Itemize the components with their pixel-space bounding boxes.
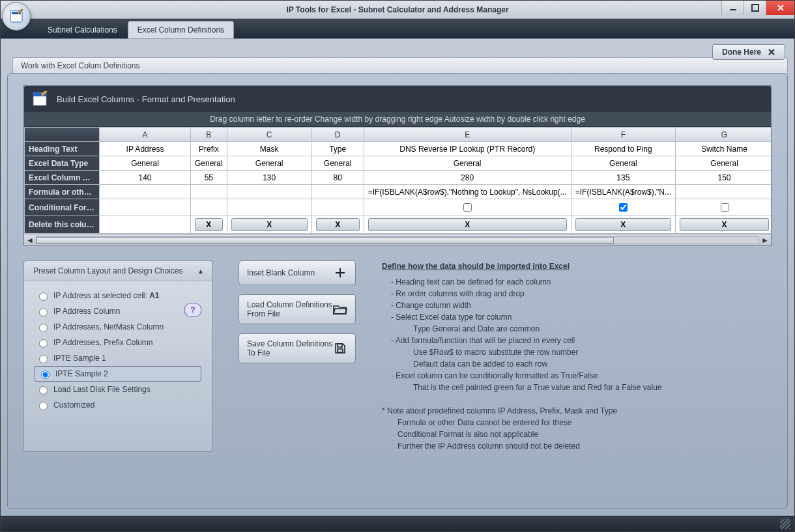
content-frame: Done Here Work with Excel Colum Definiti… — [1, 38, 794, 516]
window-title: IP Tools for Excel - Subnet Calculator a… — [286, 5, 508, 14]
col-header-B[interactable]: B — [191, 128, 227, 142]
minimize-button[interactable] — [721, 1, 744, 15]
col-header-F[interactable]: F — [571, 128, 675, 142]
cell-dtype-C[interactable]: General — [227, 156, 311, 171]
delete-col-F-button[interactable]: X — [575, 218, 671, 231]
plus-icon — [333, 266, 347, 279]
cell-formula-C[interactable] — [227, 185, 311, 199]
app-menu-button[interactable] — [2, 2, 31, 31]
col-header-D[interactable]: D — [311, 128, 364, 142]
preset-option-custom[interactable]: Customized — [35, 397, 201, 413]
preset-radio-prefix[interactable] — [39, 339, 48, 348]
help-button[interactable]: ? — [184, 303, 201, 317]
horizontal-scrollbar[interactable]: ◄ ► — [24, 234, 771, 245]
col-header-E[interactable]: E — [364, 128, 571, 142]
cell-del-A — [100, 216, 191, 234]
row-header-dtype: Excel Data Type — [25, 156, 100, 171]
col-header-C[interactable]: C — [227, 128, 311, 142]
done-here-label: Done Here — [722, 48, 761, 57]
cell-dtype-E[interactable]: General — [364, 156, 571, 171]
preset-option-mask[interactable]: IP Addresses, NetMask Column — [35, 319, 201, 335]
cell-formula-G[interactable] — [676, 185, 771, 199]
cell-cond-C[interactable] — [227, 199, 311, 216]
maximize-button[interactable] — [744, 1, 766, 15]
load-definitions-button[interactable]: Load Column Definitions From File — [238, 294, 356, 324]
delete-col-E-button[interactable]: X — [368, 218, 567, 231]
cell-width-G[interactable]: 150 — [676, 171, 771, 185]
cell-heading-E[interactable]: DNS Reverse IP Lookup (PTR Record) — [364, 142, 571, 156]
cell-width-F[interactable]: 135 — [571, 171, 675, 185]
tab-subnet-calculations[interactable]: Subnet Calculations — [38, 21, 126, 38]
cell-heading-F[interactable]: Respond to Ping — [571, 142, 675, 156]
cell-cond-E[interactable] — [364, 199, 571, 216]
open-folder-icon — [333, 303, 347, 316]
preset-radio-sample1[interactable] — [39, 355, 48, 363]
preset-radio-custom[interactable] — [39, 402, 48, 410]
delete-col-G-button[interactable]: X — [680, 218, 769, 231]
scroll-left-icon[interactable]: ◄ — [24, 236, 36, 245]
preset-option-sample1[interactable]: IPTE Sample 1 — [35, 350, 201, 366]
close-button[interactable] — [766, 1, 794, 15]
preset-option-last[interactable]: Load Last Disk File Settings — [35, 382, 201, 397]
row-header-formula: Formula or other Data — [25, 185, 100, 199]
cell-dtype-G[interactable]: General — [676, 156, 771, 171]
preset-option-col[interactable]: IP Address Column — [35, 303, 201, 319]
cell-del-E: X — [364, 216, 571, 234]
cell-formula-E[interactable]: =IF(ISBLANK(A$row$),"Nothing to Lookup",… — [364, 185, 571, 199]
cell-dtype-F[interactable]: General — [571, 156, 675, 171]
preset-header[interactable]: Preset Column Layout and Design Choices … — [24, 261, 212, 281]
cell-cond-D[interactable] — [311, 199, 364, 216]
cell-dtype-A[interactable]: General — [100, 156, 191, 171]
cell-dtype-B[interactable]: General — [191, 156, 227, 171]
cond-checkbox-E[interactable] — [463, 203, 472, 212]
cell-width-B[interactable]: 55 — [191, 171, 227, 185]
preset-radio-mask[interactable] — [39, 324, 48, 332]
insert-blank-column-button[interactable]: Inset Blank Column — [238, 260, 356, 285]
grid-table: ABCDEFG Heading TextIP AddressPrefixMask… — [24, 127, 771, 234]
cell-heading-B[interactable]: Prefix — [191, 142, 227, 156]
preset-radio-cell[interactable] — [39, 292, 48, 301]
preset-radio-last[interactable] — [39, 386, 48, 395]
resize-grip-icon[interactable] — [780, 519, 790, 529]
preset-option-sample2[interactable]: IPTE Sample 2 — [35, 366, 201, 382]
cell-width-C[interactable]: 130 — [227, 171, 311, 185]
cond-checkbox-F[interactable] — [619, 203, 628, 212]
cell-cond-G[interactable] — [676, 199, 771, 216]
cell-heading-C[interactable]: Mask — [227, 142, 311, 156]
col-header-A[interactable]: A — [100, 128, 191, 142]
preset-radio-col[interactable] — [39, 308, 48, 316]
cell-width-A[interactable]: 140 — [100, 171, 191, 185]
scroll-right-icon[interactable]: ► — [759, 236, 771, 245]
preset-radio-sample2[interactable] — [41, 371, 50, 379]
subheader-tab[interactable]: Work with Excel Colum Definitions — [12, 57, 788, 74]
close-icon — [768, 48, 775, 56]
delete-col-C-button[interactable]: X — [231, 218, 308, 231]
cell-heading-A[interactable]: IP Address — [100, 142, 191, 156]
cell-cond-B[interactable] — [191, 199, 227, 216]
done-here-button[interactable]: Done Here — [712, 44, 785, 60]
cond-checkbox-G[interactable] — [721, 203, 729, 212]
cell-formula-B[interactable] — [191, 185, 227, 199]
save-definitions-button[interactable]: Save Column Definitions To File — [238, 333, 356, 363]
col-header-G[interactable]: G — [676, 128, 771, 142]
cell-formula-F[interactable]: =IF(ISBLANK(A$row$),"N... — [571, 185, 675, 199]
scroll-thumb[interactable] — [36, 237, 614, 244]
cell-cond-A[interactable] — [100, 199, 191, 216]
cell-dtype-D[interactable]: General — [311, 156, 364, 171]
delete-col-B-button[interactable]: X — [195, 218, 223, 231]
cell-del-C: X — [227, 216, 311, 234]
preset-option-prefix[interactable]: IP Addresses, Prefix Column — [35, 335, 201, 350]
preset-option-cell[interactable]: IP Address at selected cell: A1 — [35, 288, 201, 303]
lower-panels: Preset Column Layout and Design Choices … — [23, 260, 772, 452]
cell-cond-F[interactable] — [571, 199, 675, 216]
cell-formula-D[interactable] — [311, 185, 364, 199]
delete-col-D-button[interactable]: X — [316, 218, 360, 231]
scroll-track[interactable] — [36, 236, 759, 244]
cell-width-E[interactable]: 280 — [364, 171, 571, 185]
cell-width-D[interactable]: 80 — [311, 171, 364, 185]
cell-formula-A[interactable] — [100, 185, 191, 199]
cell-heading-D[interactable]: Type — [311, 142, 364, 156]
collapse-icon: ▴ — [199, 266, 203, 275]
tab-excel-column-definitions[interactable]: Excel Column Definitions — [128, 21, 234, 38]
cell-heading-G[interactable]: Switch Name — [676, 142, 771, 156]
